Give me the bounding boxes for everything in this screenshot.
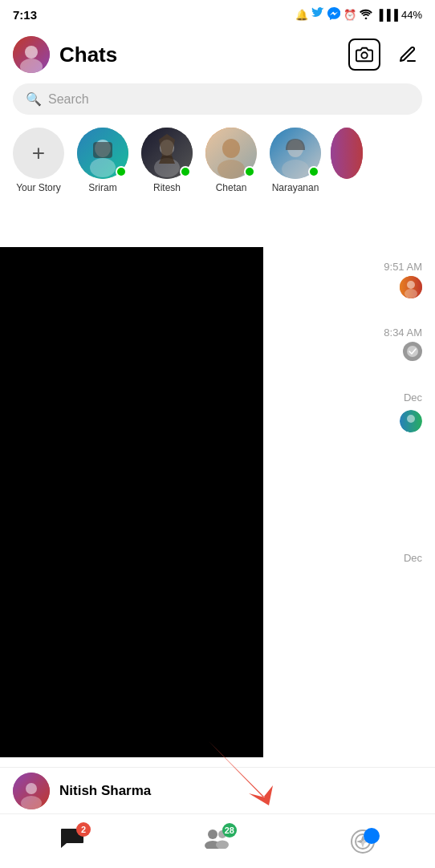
svg-rect-7 [93,142,112,158]
story-label-your-story: Your Story [16,182,61,193]
story-avatar-wrap-chetan [205,128,257,179]
story-label-sriram: Sriram [88,182,116,193]
search-bar[interactable]: 🔍 Search [13,83,422,115]
chat-item-3[interactable]: Dec [263,375,435,536]
chat-time-1: 9:51 AM [384,261,422,273]
black-overlay [0,247,263,757]
svg-point-13 [218,160,245,179]
bell-icon: 🔔 [295,9,308,21]
chat-meta-2: 8:34 AM [384,327,422,361]
nav-item-discover[interactable] [335,823,391,860]
add-story-button[interactable]: + [13,128,64,179]
chat-item-4[interactable]: Dec [263,536,435,616]
svg-point-16 [282,160,309,179]
story-avatar-wrap-sriram [77,128,128,179]
status-icons: 🔔 ⏰ ▐▐▐ 44% [295,7,422,22]
story-avatar-wrap-ritesh [141,128,193,179]
chat-meta-1: 9:51 AM [384,261,422,298]
chat-list-partial: 9:51 AM 8:34 AM Dec Dec [263,247,435,616]
svg-point-12 [222,139,240,158]
status-bar: 7:13 🔔 ⏰ ▐▐▐ 44% [0,0,435,29]
chat-nav-icon: 2 [60,827,84,855]
online-indicator-ritesh [180,166,191,177]
bottom-user-avatar [13,773,50,809]
story-avatar-ro [331,128,363,179]
nav-item-chats[interactable]: 2 [44,821,100,862]
stories-row: + Your Story Sriram [0,121,435,200]
camera-button[interactable] [348,39,380,71]
svg-point-20 [405,289,417,298]
header-actions [348,39,422,71]
chat-item-1[interactable]: 9:51 AM [263,247,435,311]
story-label-chetan: Chetan [216,182,247,193]
wifi-icon [360,8,372,22]
svg-point-25 [26,783,37,794]
status-time: 7:13 [13,8,37,22]
svg-point-23 [407,415,415,423]
messenger-icon [327,7,340,22]
story-ritesh[interactable]: Ritesh [138,128,196,193]
chat-avatar-3 [400,410,422,432]
chat-time-4: Dec [404,552,422,564]
chat-avatar-1 [400,276,422,298]
bottom-user-name: Nitish Sharma [59,783,151,799]
online-indicator-narayanan [308,166,319,177]
signal-icon: ▐▐▐ [376,9,398,21]
story-avatar-wrap-ro [331,128,363,179]
nav-item-people[interactable]: 28 [189,821,246,861]
svg-point-21 [407,346,418,357]
svg-point-6 [90,158,116,177]
discover-notification-dot [364,828,380,844]
svg-point-3 [361,52,367,58]
add-story-icon: + [13,128,64,179]
alarm-icon: ⏰ [344,9,356,21]
story-chetan[interactable]: Chetan [202,128,260,193]
battery-icon: 44% [401,9,422,21]
chat-item-2[interactable]: 8:34 AM [263,311,435,375]
profile-avatar[interactable] [13,36,50,73]
story-narayanan[interactable]: Narayanan [266,128,324,193]
story-avatar-wrap-narayanan [270,128,321,179]
bottom-nav: 2 28 [0,813,435,868]
header: Chats [0,29,435,80]
people-nav-icon: 28 [205,828,230,854]
chat-meta-3: Dec [400,391,422,432]
chat-time-2: 8:34 AM [384,327,422,339]
svg-point-27 [208,829,218,839]
svg-point-19 [407,281,415,289]
story-your-story[interactable]: + Your Story [10,128,67,193]
twitter-icon [311,7,324,22]
chat-time-3: Dec [404,391,422,404]
chat-checkmark-2 [403,342,422,361]
chat-meta-4: Dec [404,552,422,564]
page-title: Chats [59,43,348,67]
compose-button[interactable] [393,40,422,69]
story-label-narayanan: Narayanan [272,182,319,193]
chats-badge: 2 [76,822,91,837]
online-indicator-sriram [116,166,127,177]
story-ro[interactable] [331,128,363,182]
online-indicator-chetan [244,166,255,177]
svg-point-1 [25,46,38,59]
people-badge: 28 [222,823,237,838]
red-arrow [193,733,289,813]
svg-point-30 [216,841,229,850]
story-sriram[interactable]: Sriram [74,128,132,193]
search-placeholder: Search [48,92,89,107]
search-icon: 🔍 [26,91,42,107]
svg-point-17 [331,128,363,179]
search-container: 🔍 Search [0,80,435,121]
story-label-ritesh: Ritesh [153,182,181,193]
